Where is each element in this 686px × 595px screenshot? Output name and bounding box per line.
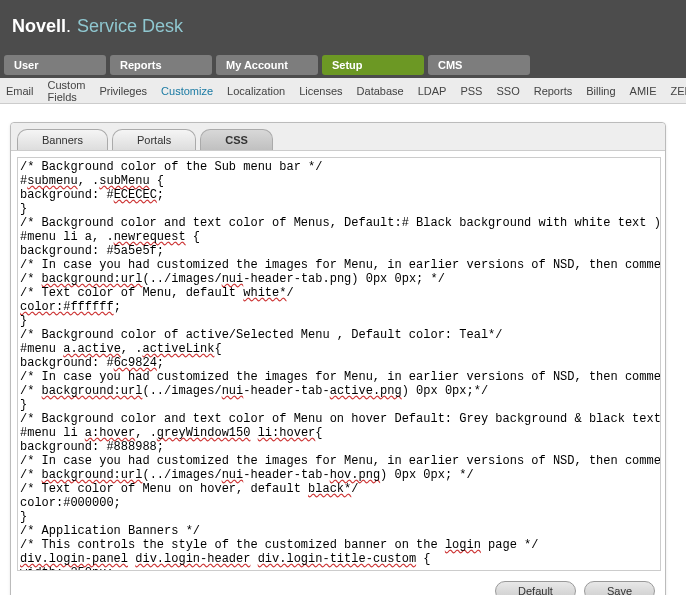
tabs: BannersPortalsCSS [11, 123, 665, 151]
sub-menu-sso[interactable]: SSO [496, 85, 519, 97]
sub-menu-amie[interactable]: AMIE [630, 85, 657, 97]
main-menu-setup[interactable]: Setup [322, 55, 424, 75]
sub-menu-reports[interactable]: Reports [534, 85, 573, 97]
sub-menu-ldap[interactable]: LDAP [418, 85, 447, 97]
sub-menu-zenworks[interactable]: ZENworks [670, 85, 686, 97]
app-header: Novell . Service Desk [0, 0, 686, 52]
main-menu-cms[interactable]: CMS [428, 55, 530, 75]
sub-menu-email[interactable]: Email [6, 85, 34, 97]
sub-menu-database[interactable]: Database [357, 85, 404, 97]
tab-banners[interactable]: Banners [17, 129, 108, 150]
content-area: BannersPortalsCSS /* Background color of… [0, 104, 686, 595]
sub-menu-customize[interactable]: Customize [161, 85, 213, 97]
sub-menu-localization[interactable]: Localization [227, 85, 285, 97]
brand-dot: . [66, 16, 71, 37]
brand-novell: Novell [12, 16, 66, 37]
sub-menu-privileges[interactable]: Privileges [99, 85, 147, 97]
main-menu-reports[interactable]: Reports [110, 55, 212, 75]
main-menu-user[interactable]: User [4, 55, 106, 75]
sub-menu: EmailCustom FieldsPrivilegesCustomizeLoc… [0, 78, 686, 104]
sub-menu-pss[interactable]: PSS [460, 85, 482, 97]
customize-panel: BannersPortalsCSS /* Background color of… [10, 122, 666, 595]
default-button[interactable]: Default [495, 581, 576, 595]
tab-css[interactable]: CSS [200, 129, 273, 150]
main-menu: UserReportsMy AccountSetupCMS [0, 52, 686, 78]
css-editor[interactable]: /* Background color of the Sub menu bar … [17, 157, 661, 571]
editor-wrap: /* Background color of the Sub menu bar … [11, 157, 665, 571]
brand-service-desk: Service Desk [77, 16, 183, 37]
main-menu-my-account[interactable]: My Account [216, 55, 318, 75]
sub-menu-custom-fields[interactable]: Custom Fields [48, 79, 86, 103]
tab-portals[interactable]: Portals [112, 129, 196, 150]
save-button[interactable]: Save [584, 581, 655, 595]
button-row: Default Save [11, 577, 665, 595]
sub-menu-licenses[interactable]: Licenses [299, 85, 342, 97]
sub-menu-billing[interactable]: Billing [586, 85, 615, 97]
